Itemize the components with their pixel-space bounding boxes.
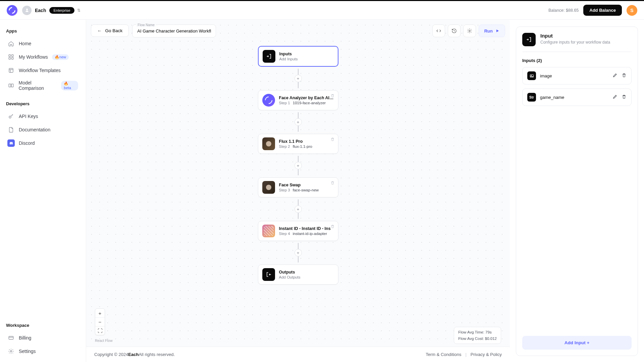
add-step-button[interactable]: +	[294, 75, 302, 82]
delete-node-button[interactable]	[330, 137, 335, 143]
node-step-1[interactable]: Face Analyzer by Each AI by Step 11019-f…	[258, 90, 338, 110]
terms-link[interactable]: Term & Conditions	[426, 352, 461, 357]
copyright-pre: Copyright © 2024	[94, 352, 128, 357]
org-avatar-icon[interactable]	[22, 6, 32, 15]
add-input-button[interactable]: Add Input +	[522, 336, 632, 350]
sidebar-item-label: Discord	[19, 140, 35, 146]
panel-input-row[interactable]: Str game_name	[522, 88, 632, 106]
flow-stats-box: Flow Avg Time: 79s Flow Avg Cost: $0.012	[454, 327, 501, 344]
panel-input-row[interactable]: image	[522, 67, 632, 84]
model-thumb-icon	[262, 225, 275, 237]
go-back-label: Go Back	[105, 28, 123, 33]
connector	[298, 69, 299, 75]
svg-rect-5	[9, 84, 11, 87]
sidebar-section-developers: Developers	[6, 101, 79, 106]
zoom-controls: + − ⛶	[95, 308, 105, 335]
connector	[298, 112, 299, 118]
edit-input-button[interactable]	[612, 94, 618, 101]
image-type-icon	[527, 71, 536, 80]
sidebar-item-billing[interactable]: Billing	[5, 331, 81, 345]
sidebar-item-label: Model Comparison	[19, 80, 57, 91]
svg-rect-3	[12, 58, 13, 59]
svg-point-7	[9, 116, 11, 118]
node-step: Step 1	[279, 101, 290, 105]
brand-logo-icon[interactable]	[7, 5, 17, 16]
node-step-3[interactable]: Face Swap Step 3face-swap-new	[258, 177, 338, 197]
panel-description: Configure inputs for your workflow data	[540, 40, 610, 45]
privacy-link[interactable]: Privacy & Policy	[471, 352, 502, 357]
delete-input-button[interactable]	[622, 73, 627, 79]
sidebar-section-apps: Apps	[6, 28, 79, 34]
svg-rect-0	[9, 55, 10, 56]
add-step-button[interactable]: +	[294, 249, 302, 256]
svg-point-10	[469, 30, 470, 32]
app-header: Each Enterprise ⇅ Balance: $88.65 Add Ba…	[0, 1, 644, 20]
sidebar-item-home[interactable]: Home	[5, 37, 81, 50]
delete-node-button[interactable]	[330, 93, 335, 99]
node-inputs[interactable]: Inputs Add Inputs	[258, 46, 338, 67]
footer: Copyright © 2024 Each All rights reserve…	[86, 347, 510, 362]
node-step: Step 3	[279, 188, 290, 192]
outputs-node-icon	[262, 268, 275, 281]
model-thumb-icon	[262, 181, 275, 194]
zoom-in-button[interactable]: +	[95, 309, 105, 317]
run-label: Run	[484, 28, 493, 34]
sidebar-item-documentation[interactable]: Documentation	[5, 123, 81, 136]
compare-icon	[7, 82, 15, 89]
code-button[interactable]	[432, 24, 445, 37]
connector	[298, 126, 299, 132]
node-title: Face Swap	[279, 183, 319, 187]
zoom-out-button[interactable]: −	[95, 317, 105, 326]
delete-node-button[interactable]	[330, 180, 335, 186]
svg-point-9	[10, 351, 12, 352]
delete-node-button[interactable]	[330, 224, 335, 230]
add-step-button[interactable]: +	[294, 205, 302, 213]
connector	[298, 199, 299, 205]
node-outputs[interactable]: Outputs Add Outputs	[258, 264, 338, 285]
node-step-4[interactable]: Instant ID - Instant ID - Ins Step 4inst…	[258, 221, 338, 241]
add-step-button[interactable]: +	[294, 162, 302, 169]
node-title: Outputs	[279, 270, 301, 275]
sidebar-item-label: Home	[19, 41, 31, 46]
reactflow-attribution: React Flow	[95, 339, 113, 343]
sidebar-item-discord[interactable]: Discord	[5, 136, 81, 150]
panel-inputs-count: Inputs (2)	[522, 58, 632, 63]
right-inspector-panel: Input Configure inputs for your workflow…	[510, 20, 644, 362]
edit-input-button[interactable]	[612, 73, 618, 79]
node-step-2[interactable]: Flux 1.1 Pro Step 2flux-1.1-pro	[258, 134, 338, 154]
delete-input-button[interactable]	[622, 94, 627, 101]
sidebar: Apps Home My Workflows 🔥new Workflow Tem…	[0, 20, 86, 362]
add-balance-button[interactable]: Add Balance	[583, 5, 622, 16]
connector	[298, 243, 299, 249]
sidebar-item-api-keys[interactable]: API Keys	[5, 110, 81, 123]
footer-separator: |	[465, 352, 466, 357]
user-avatar[interactable]: S	[627, 5, 637, 16]
run-button[interactable]: Run	[479, 24, 505, 37]
node-sub: Add Inputs	[279, 57, 298, 61]
sidebar-item-label: API Keys	[19, 114, 38, 119]
history-button[interactable]	[448, 24, 461, 37]
node-title: Flux 1.1 Pro	[279, 139, 312, 144]
brand-name: Each	[35, 8, 46, 13]
node-slug: flux-1.1-pro	[293, 144, 312, 148]
sidebar-item-model-comparison[interactable]: Model Comparison 🔥beta	[5, 77, 81, 94]
add-step-button[interactable]: +	[294, 118, 302, 126]
node-title: Face Analyzer by Each AI by	[279, 96, 334, 100]
sidebar-item-label: Billing	[19, 335, 31, 341]
node-title: Instant ID - Instant ID - Ins	[279, 226, 331, 231]
sidebar-item-templates[interactable]: Workflow Templates	[5, 64, 81, 77]
go-back-button[interactable]: ← Go Back	[91, 24, 129, 37]
docs-icon	[7, 126, 15, 133]
sidebar-item-my-workflows[interactable]: My Workflows 🔥new	[5, 50, 81, 64]
balance-label: Balance: $88.65	[548, 8, 579, 13]
flow-name-field-label: Flow Name	[136, 23, 156, 27]
settings-button[interactable]	[463, 24, 476, 37]
sidebar-item-settings[interactable]: Settings	[5, 345, 81, 358]
org-switcher-icon[interactable]: ⇅	[77, 8, 80, 13]
each-logo-icon	[262, 94, 275, 107]
sidebar-item-label: My Workflows	[19, 54, 48, 60]
svg-rect-6	[11, 84, 13, 87]
node-slug: instant-id-ip-adapter	[293, 232, 327, 236]
svg-rect-2	[9, 58, 10, 59]
fit-view-button[interactable]: ⛶	[95, 326, 105, 335]
